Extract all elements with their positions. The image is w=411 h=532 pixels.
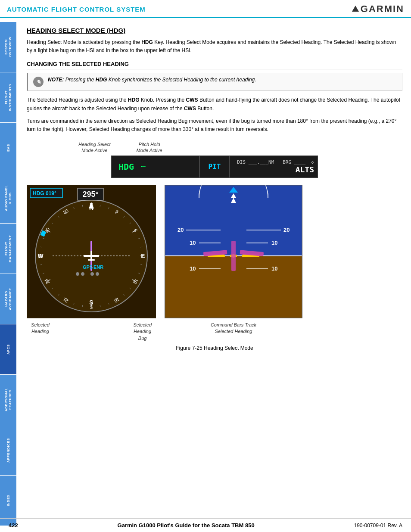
footer-page-number: 422	[9, 522, 18, 529]
hsi-svg: N S E W	[27, 185, 156, 318]
garmin-logo-text: GARMIN	[361, 3, 404, 15]
svg-text:ENR: ENR	[93, 264, 103, 270]
sidebar-item-flight-management[interactable]: FLIGHTMANAGEMENT	[0, 223, 16, 274]
label-selected-heading-bug: SelectedHeadingBug	[133, 322, 152, 342]
note-box: ✎ NOTE: Pressing the HDG Knob synchroniz…	[27, 73, 402, 91]
figure-caption: Figure 7-25 Heading Select Mode	[27, 345, 402, 351]
label-command-bars: Command Bars TrackSelected Heading	[165, 322, 302, 342]
svg-text:HDG 019°: HDG 019°	[33, 190, 56, 196]
ap-display-area: Heading SelectMode Active Pitch HoldMode…	[27, 141, 402, 178]
svg-text:10: 10	[190, 240, 196, 246]
sidebar-item-eas[interactable]: EAS	[0, 122, 16, 173]
ap-labels-row: Heading SelectMode Active Pitch HoldMode…	[78, 141, 162, 154]
svg-text:20: 20	[177, 227, 184, 233]
hsi-labels: SelectedHeading SelectedHeadingBug	[27, 322, 156, 342]
svg-text:20: 20	[283, 227, 290, 233]
sidebar-item-additional-features[interactable]: ADDITIONALFEATURES	[0, 374, 16, 425]
sidebar-item-flight-instruments[interactable]: FLIGHTINSTRUMENTS	[0, 72, 16, 122]
svg-text:10: 10	[271, 240, 277, 246]
top-header: AUTOMATIC FLIGHT CONTROL SYSTEM GARMIN	[0, 0, 411, 18]
main-content: HEADING SELECT MODE (HDG) Heading Select…	[18, 18, 411, 367]
instrument-labels: SelectedHeading SelectedHeadingBug Comma…	[27, 322, 402, 342]
svg-text:E: E	[140, 254, 145, 257]
instruments-row: N S E W	[27, 185, 402, 318]
svg-text:W: W	[37, 253, 43, 258]
ap-bar-alts: ALTS	[296, 165, 314, 174]
svg-point-65	[96, 272, 99, 276]
ap-bar-right: DIS ___.___NM BRG ____ ◇ ALTS	[230, 158, 318, 176]
ai-svg: 20 20 10 10 10 10	[165, 185, 302, 318]
body-paragraph-1: The Selected Heading is adjusted using t…	[27, 96, 402, 112]
ap-bar-hdg-label: HDG	[115, 160, 137, 174]
ap-bar-dis: DIS ___.___NM BRG ____ ◇	[237, 159, 314, 165]
footer-title: Garmin G1000 Pilot's Guide for the Socat…	[118, 522, 255, 529]
garmin-logo: GARMIN	[352, 3, 404, 15]
header-title: AUTOMATIC FLIGHT CONTROL SYSTEM	[7, 6, 146, 13]
hsi-container: N S E W	[27, 185, 156, 318]
svg-text:10: 10	[190, 265, 196, 272]
ap-bar: HDG ← PIT DIS ___.___NM BRG ____ ◇ ALTS	[111, 156, 318, 178]
label-selected-heading: SelectedHeading	[31, 322, 50, 342]
svg-text:S: S	[90, 305, 93, 310]
note-text: NOTE: Pressing the HDG Knob synchronizes…	[48, 77, 256, 83]
svg-point-64	[90, 272, 94, 276]
note-icon: ✎	[33, 77, 44, 87]
svg-text:295°: 295°	[82, 190, 98, 199]
sidebar-item-hazard-avoidance[interactable]: HAZARDAVOIDANCE	[0, 274, 16, 324]
svg-text:10: 10	[271, 265, 277, 272]
footer: 422 Garmin G1000 Pilot's Guide for the S…	[0, 518, 411, 532]
svg-rect-100	[231, 241, 236, 271]
sidebar-item-appendices[interactable]: APPENDICES	[0, 425, 16, 475]
svg-point-59	[90, 255, 93, 257]
svg-text:GPS: GPS	[83, 264, 93, 270]
garmin-triangle-icon	[352, 6, 359, 12]
footer-part-number: 190-00709-01 Rev. A	[354, 523, 402, 529]
ai-container: 20 20 10 10 10 10	[165, 185, 302, 318]
section-title: HEADING SELECT MODE (HDG)	[27, 27, 402, 34]
sidebar-item-afcs[interactable]: AFCS	[0, 324, 16, 374]
svg-point-62	[76, 272, 79, 276]
ap-bar-arrow: ←	[139, 162, 147, 171]
sidebar-item-audio-panel[interactable]: AUDIO PANEL& CNS	[0, 173, 16, 223]
ap-label-pit: Pitch HoldMode Active	[137, 141, 162, 154]
body-paragraph-2: Turns are commanded in the same directio…	[27, 117, 402, 134]
ap-bar-left: HDG ←	[112, 160, 199, 174]
svg-point-63	[81, 272, 84, 276]
sidebar: SYSTEMOVERVIEW FLIGHTINSTRUMENTS EAS AUD…	[0, 22, 16, 526]
intro-paragraph: Heading Select Mode is activated by pres…	[27, 38, 402, 55]
ap-label-hdg: Heading SelectMode Active	[78, 141, 111, 154]
sidebar-item-system-overview[interactable]: SYSTEMOVERVIEW	[0, 22, 16, 72]
svg-rect-58	[88, 259, 95, 261]
subsection-title: CHANGING THE SELECTED HEADING	[27, 61, 402, 69]
ap-bar-pit-label: PIT	[200, 162, 230, 171]
